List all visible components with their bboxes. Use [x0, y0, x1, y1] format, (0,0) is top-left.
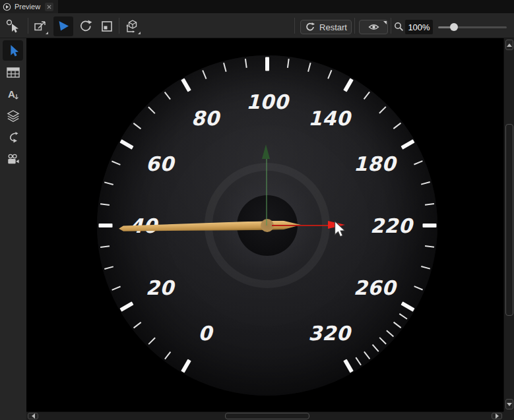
select-item-tool-active[interactable] [53, 16, 73, 36]
rotate-tool-icon[interactable] [77, 18, 94, 35]
gauge-tick-minor [364, 92, 370, 100]
gauge-tick-minor [399, 313, 408, 320]
dropdown-corner-icon [138, 32, 141, 34]
visibility-button[interactable] [359, 20, 388, 34]
gauge-tick-minor [287, 59, 290, 68]
gauge-tick-minor [393, 123, 401, 129]
dropdown-corner-icon [46, 32, 48, 34]
gauge-tick-minor [327, 70, 333, 79]
gauge-tick-major [181, 78, 191, 92]
gauge-tick-minor [425, 245, 434, 248]
gauge-tick-minor [420, 266, 430, 270]
gauge-tick-minor [164, 92, 171, 100]
zoom-magnifier-icon [393, 18, 404, 35]
gauge-number: 0 [198, 321, 212, 344]
gauge-tick-minor [245, 59, 247, 68]
gauge-tick-major [181, 359, 191, 373]
sidebar-item-layers[interactable] [6, 109, 20, 123]
gizmo-y-axis-line [266, 159, 267, 225]
gauge-tick-minor [386, 330, 394, 337]
scrollbar-corner [503, 411, 514, 420]
preview-canvas[interactable]: 020406080100140180220260320 [26, 38, 503, 411]
gauge-tick-minor [414, 285, 423, 291]
move-3d-tool-icon[interactable] [124, 18, 141, 35]
gauge-tick-minor [379, 338, 387, 345]
gauge-number: 20 [146, 276, 174, 299]
preview-window: Preview [0, 0, 514, 420]
gauge-tick-minor [148, 338, 156, 345]
gauge-tick-minor [364, 351, 370, 359]
gauge-number: 140 [308, 107, 350, 130]
gizmo-y-axis-arrow-icon[interactable] [262, 144, 270, 159]
gauge-tick-major [98, 224, 112, 227]
gauge-tick-minor [164, 351, 171, 359]
gauge-number: 180 [354, 152, 396, 175]
gauge-tick-minor [223, 63, 227, 72]
sidebar-item-curves[interactable] [6, 131, 20, 145]
gauge-tick-minor [379, 106, 387, 114]
gauge-tick-minor [425, 203, 434, 206]
tab-preview[interactable]: Preview [0, 0, 58, 13]
gauge-number: 100 [246, 90, 288, 113]
close-icon[interactable] [45, 3, 53, 11]
gauge-number: 220 [370, 214, 412, 237]
gauge-tick-minor [307, 63, 311, 72]
triangle-left-icon [32, 413, 35, 419]
gauge-tick-minor [112, 160, 121, 165]
sidebar-item-camera[interactable] [6, 152, 20, 167]
scale-tool-icon[interactable] [98, 18, 115, 35]
gauge-tick-major [422, 224, 436, 227]
gauge-tick-major [120, 301, 134, 312]
gauge-number: 320 [308, 321, 350, 344]
gauge-number: 260 [354, 276, 396, 299]
zoom-percent-value[interactable]: 100% [405, 20, 433, 34]
selection-mode-icon[interactable] [5, 18, 22, 35]
sidebar-item-text[interactable]: A [6, 87, 20, 102]
gauge-tick-major [265, 57, 269, 71]
scroll-right-button[interactable] [492, 413, 502, 419]
mouse-cursor-icon [334, 221, 346, 237]
vertical-scrollbar[interactable] [503, 38, 514, 411]
toolbar-separator [294, 18, 295, 34]
toolbar-separator [28, 18, 28, 34]
play-circle-icon [3, 3, 11, 11]
toolbar-separator [354, 18, 355, 34]
triangle-right-icon [496, 413, 499, 419]
gauge-tick-minor [371, 344, 379, 352]
gauge-tick-minor [104, 266, 113, 270]
dropdown-corner-icon [383, 21, 387, 24]
scroll-down-button[interactable] [505, 399, 513, 409]
gauge-tick-minor [148, 106, 156, 114]
gauge-tick-minor [420, 181, 430, 185]
transform-tool-icon[interactable] [32, 18, 49, 35]
gauge-tick-minor [100, 203, 110, 206]
toolbar: Restart 100% [0, 13, 514, 38]
scroll-left-button[interactable] [28, 413, 38, 419]
triangle-up-icon [507, 44, 512, 47]
gizmo-x-axis-line [272, 225, 332, 226]
vertical-scroll-thumb[interactable] [505, 124, 513, 316]
gauge-tick-minor [104, 181, 113, 185]
gauge-tick-major [120, 139, 134, 150]
gauge-tick-major [343, 78, 354, 92]
speedometer-gauge: 020406080100140180220260320 [97, 55, 437, 396]
gauge-tick-minor [355, 357, 362, 366]
gauge-tick-major [401, 139, 414, 150]
gauge-number: 80 [191, 107, 220, 130]
sidebar-item-table[interactable] [6, 65, 20, 80]
restart-button[interactable]: Restart [300, 20, 352, 34]
scroll-up-button[interactable] [505, 40, 513, 50]
triangle-down-icon [507, 403, 512, 406]
left-sidebar: A [0, 38, 26, 420]
tab-strip: Preview [0, 0, 514, 13]
zoom-slider-handle[interactable] [450, 23, 458, 31]
horizontal-scroll-thumb[interactable] [225, 413, 309, 419]
gauge-tick-minor [100, 245, 110, 248]
sidebar-item-select-active[interactable] [3, 40, 23, 61]
gauge-tick-minor [202, 70, 207, 79]
gauge-tick-major [343, 359, 354, 373]
horizontal-scrollbar[interactable] [26, 411, 503, 420]
zoom-slider-track[interactable] [454, 26, 507, 28]
gauge-tick-minor [393, 322, 401, 328]
gauge-tick-minor [133, 322, 142, 328]
